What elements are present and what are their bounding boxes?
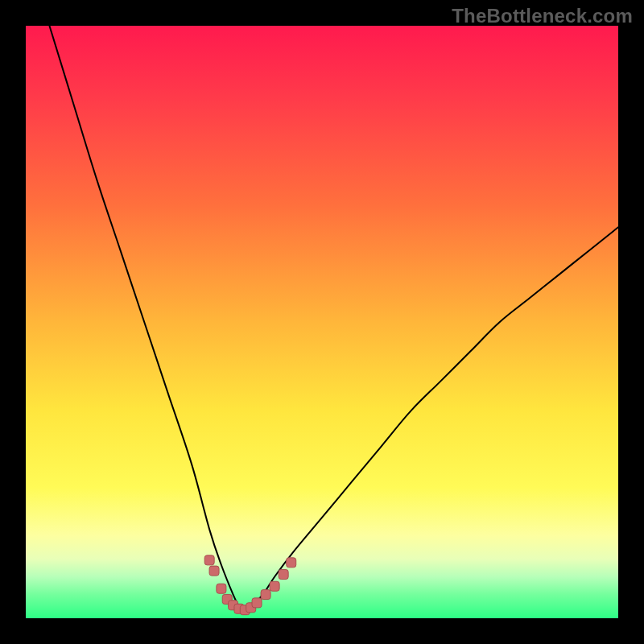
curve-marker [252,598,262,608]
curve-marker [204,555,214,565]
curve-marker [287,558,296,568]
chart-plot-area [26,26,618,618]
chart-svg [26,26,618,618]
bottleneck-curve [49,26,618,613]
watermark-text: TheBottleneck.com [452,5,633,27]
curve-marker [270,581,279,591]
curve-marker [261,590,270,600]
curve-marker [217,584,226,593]
chart-frame: TheBottleneck.com [0,0,644,644]
curve-marker [279,570,288,580]
curve-marker [209,566,219,576]
